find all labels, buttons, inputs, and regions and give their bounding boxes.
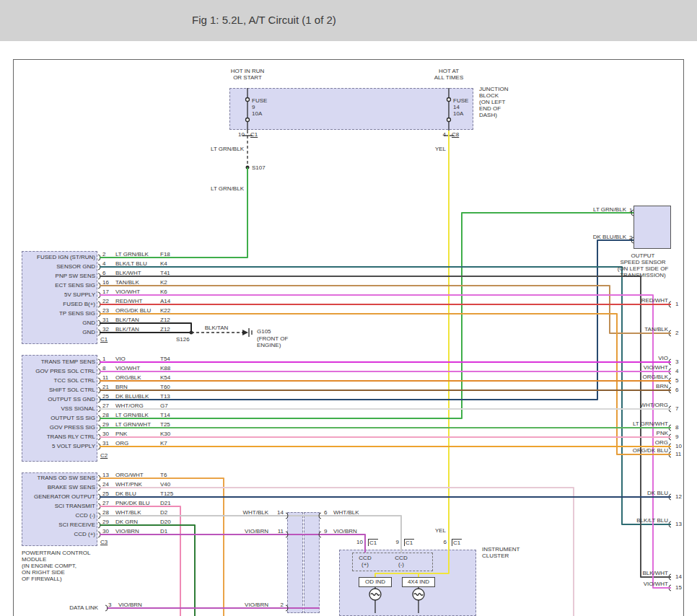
wire-color-label: BLK/LT BLU: [596, 517, 668, 524]
pcm-pin-label: GOV PRES SOL CTRL: [23, 368, 95, 374]
ground-arrow: [242, 330, 248, 335]
circuit-code: T25: [160, 421, 170, 428]
pcm-pin-label: OUTPUT SS GND: [23, 396, 95, 402]
circuit-code: F18: [160, 251, 170, 258]
od-indicator-box: OD IND: [359, 577, 392, 587]
pcm-pin-number: 4: [102, 260, 105, 267]
pcm-pin-number: 23: [102, 307, 109, 314]
circuit-code: T14: [160, 412, 170, 418]
feed-label-hot-at-all-times: HOT AT ALL TIMES: [420, 68, 478, 81]
circuit-code: Z12: [160, 317, 170, 323]
pcm-pin-number: 17: [102, 289, 109, 295]
wire-color-label: LT GRN/WHT: [596, 421, 668, 427]
circuit-code: D1: [160, 528, 167, 534]
pcm-pin-label: CCD (-): [23, 512, 95, 519]
wire-color-label: ORG/DK BLU: [596, 447, 668, 454]
wire-color-label: ORG: [596, 439, 668, 446]
circuit-code: D21: [160, 500, 171, 506]
pcm-pin-number: 31: [102, 317, 109, 323]
output-speed-sensor-title: OUTPUT SPEED SENSOR (ON LEFT SIDE OF TRA…: [603, 252, 683, 278]
connector-pin-number: 15: [675, 584, 682, 591]
wire-color-label: ORG/WHT: [115, 472, 144, 478]
pcm-pin-number: 11: [102, 374, 108, 381]
circuit-code: K88: [160, 365, 170, 371]
fuse9-terminal: [246, 98, 250, 102]
pcm-pin-number: 8: [102, 365, 105, 371]
wiring-diagram: HOT IN RUN OR START HOT AT ALL TIMES JUN…: [0, 0, 697, 616]
pcm-pin-label: SCI TRANSMIT: [23, 503, 95, 509]
data-link-label: DATA LINK: [42, 604, 98, 611]
connector-pin-number: 11: [675, 451, 681, 457]
circuit-code: K4: [160, 260, 167, 267]
fuse9-pin-number: 10: [234, 131, 245, 138]
circuit-code: T41: [160, 270, 170, 276]
circuit-code: G7: [160, 402, 168, 409]
pcm-pin-number: 25: [102, 393, 109, 400]
wire-color-label: ORG/BLK: [115, 374, 141, 381]
wire-color-label: RED/WHT: [115, 298, 142, 304]
pcm-pin-label: GENERATOR OUTPUT: [23, 493, 95, 500]
connector-pin-number: 2: [675, 330, 678, 336]
wire-color-label: LT GRN/BLK: [188, 146, 244, 152]
wire-color-label: WHT/BLK: [333, 509, 359, 516]
wire-color-label: LT GRN/WHT: [115, 421, 151, 428]
pcm-pin-label: TRANS TEMP SENS: [23, 358, 95, 365]
wire-color-label: PNK/DK BLU: [115, 500, 150, 506]
circuit-code: K54: [160, 374, 170, 381]
wire-color-label: BLK/LT BLU: [115, 260, 147, 267]
wire-color-label: BRN: [596, 383, 668, 390]
wire-color-label: BLK/TAN: [115, 326, 139, 333]
wire-color-label: VIO/BRN: [118, 602, 142, 608]
circuit-code: A14: [160, 298, 170, 304]
pcm-pin-number: 16: [102, 279, 109, 286]
pcm-pin-number: 28: [102, 412, 109, 418]
pcm-pin-number: 6: [102, 270, 105, 276]
splice-label-s126: S126: [176, 336, 190, 343]
pcm-connector-c3-label: C3: [100, 539, 108, 545]
fuse14-connector-label: C8: [452, 131, 459, 138]
pcm-pin-number: 27: [102, 402, 109, 409]
pcm-pin-label: PNP SW SENS: [23, 273, 95, 279]
pcm-pin-number: 1: [102, 356, 105, 362]
wire-color-label: WHT/BLK: [115, 509, 141, 516]
pcm-pin-label: SENSOR GND: [23, 263, 95, 270]
connector-pin-number: 10: [675, 443, 682, 449]
connector-pin-number: 8: [675, 424, 678, 431]
fuse14-terminal: [447, 118, 451, 122]
circuit-code: T13: [160, 393, 170, 400]
cluster-pin-number: 10: [353, 539, 363, 545]
pcm-pin-number: 29: [102, 421, 109, 428]
wire-color-label: WHT/BLK: [232, 509, 268, 516]
connector-pin-number: 14: [675, 573, 682, 580]
wire-output-ss-gnd: [100, 240, 634, 400]
wire-color-label: DK BLU/BLK: [115, 393, 149, 400]
connector-pin-number: 1: [675, 301, 678, 307]
wire-od-sw-sens: [100, 478, 224, 616]
ccd-minus-label: CCD (-): [391, 555, 411, 568]
pcm-pin-label: 5 VOLT SUPPLY: [23, 443, 95, 449]
fuse9-terminal: [246, 118, 250, 122]
pcm-pin-label: TRANS RLY CTRL: [23, 434, 95, 440]
feed-label-hot-in-run: HOT IN RUN OR START: [219, 68, 276, 81]
connector-pin-number: 2: [272, 602, 284, 608]
wire-color-label: ORG/BLK: [596, 374, 668, 380]
pin-bracket: [105, 605, 108, 611]
circuit-code: V40: [160, 481, 170, 488]
fuse9-label: FUSE 9 10A: [252, 97, 267, 117]
wire-color-label: YEL: [423, 527, 446, 534]
wire-gnd-31: [100, 323, 191, 333]
cluster-pin-number: 6: [437, 539, 447, 545]
sensor-pin-number: 2: [629, 234, 632, 241]
pcm-connector-c2-label: C2: [100, 452, 108, 459]
wire-color-label: YEL: [423, 146, 446, 152]
pcm-pin-number: 27: [102, 500, 109, 506]
wire-color-label: DK BLU: [596, 490, 668, 496]
fuse14-pin-number: 4: [435, 131, 446, 138]
ground-location-note: (FRONT OF ENGINE): [257, 335, 288, 348]
pcm-pin-label: BRAKE SW SENS: [23, 484, 95, 490]
wire-color-label: VIO/BRN: [115, 528, 139, 534]
connector-pin-number: 3: [108, 602, 111, 608]
splice-label-s107: S107: [252, 164, 266, 171]
circuit-code: T125: [160, 490, 173, 497]
pcm-pin-number: 28: [102, 509, 109, 516]
